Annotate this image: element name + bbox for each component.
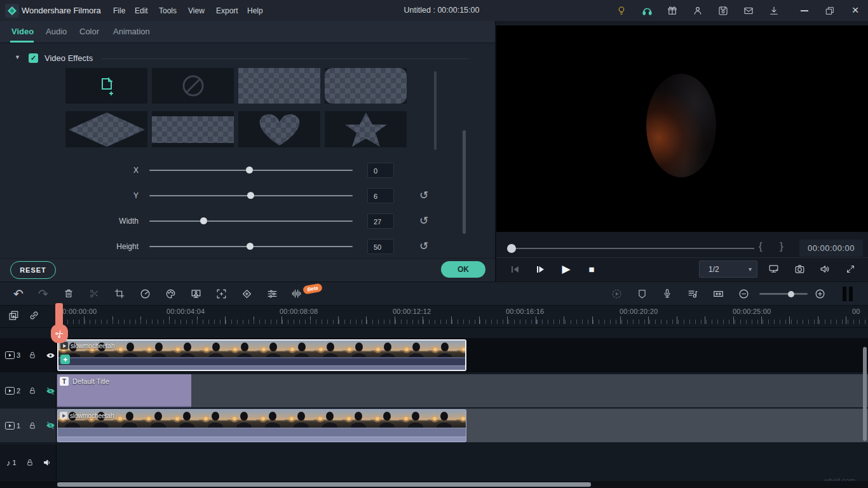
- menu-view[interactable]: View: [188, 6, 205, 15]
- motion-tracking-icon[interactable]: [214, 286, 229, 301]
- crop-icon[interactable]: [112, 286, 127, 301]
- fullscreen-icon[interactable]: [843, 261, 858, 276]
- lock-icon[interactable]: [28, 421, 37, 430]
- mask-none[interactable]: [152, 68, 234, 104]
- audio-mixer-icon[interactable]: [685, 286, 700, 301]
- marker-icon[interactable]: [634, 286, 649, 301]
- timeline-ruler[interactable]: 00:00:00:00 00:00:04:04 00:00:08:08 00:0…: [0, 306, 868, 328]
- seek-track[interactable]: [509, 248, 754, 249]
- keyframe-icon[interactable]: [239, 286, 254, 301]
- lightbulb-icon[interactable]: [614, 3, 629, 18]
- eye-visible-icon[interactable]: [45, 350, 56, 361]
- tab-color[interactable]: Color: [79, 27, 99, 36]
- timeline-vscrollbar[interactable]: [863, 347, 867, 441]
- timeline-zoom-handle[interactable]: [788, 291, 794, 297]
- slider-y-value[interactable]: 6: [367, 188, 394, 203]
- save-icon[interactable]: [715, 3, 731, 18]
- eye-hidden-icon[interactable]: [45, 420, 56, 431]
- adjustment-icon[interactable]: [264, 286, 280, 301]
- next-frame-button[interactable]: [533, 262, 548, 277]
- download-icon[interactable]: [766, 3, 782, 18]
- zoom-in-icon[interactable]: [812, 286, 827, 301]
- mask-heart[interactable]: [238, 111, 320, 147]
- menu-help[interactable]: Help: [247, 6, 263, 15]
- reset-button[interactable]: RESET: [10, 261, 56, 279]
- timeline-hscrollbar-track[interactable]: [0, 481, 868, 488]
- audio-enabled-icon[interactable]: [43, 458, 53, 468]
- slider-y-handle[interactable]: [247, 192, 254, 199]
- clip-video3[interactable]: slowmocheetah: [57, 339, 466, 371]
- seek-handle[interactable]: [507, 244, 516, 253]
- slider-x-value[interactable]: 0: [367, 163, 394, 178]
- zoom-to-fit-icon[interactable]: [710, 286, 726, 301]
- playhead-stem[interactable]: [55, 303, 63, 326]
- tab-video[interactable]: Video: [11, 27, 34, 36]
- mask-rectangle[interactable]: [238, 68, 320, 104]
- zoom-out-icon[interactable]: [736, 286, 751, 301]
- slider-width-track[interactable]: [149, 220, 353, 222]
- green-screen-icon[interactable]: [188, 286, 203, 301]
- slider-width-handle[interactable]: [200, 217, 207, 224]
- lane-audio1[interactable]: [56, 445, 868, 480]
- tab-audio[interactable]: Audio: [46, 27, 67, 36]
- menu-edit[interactable]: Edit: [135, 6, 148, 15]
- slider-x-handle[interactable]: [246, 166, 253, 173]
- snapshot-icon[interactable]: [792, 261, 807, 276]
- stop-button[interactable]: ■: [583, 261, 600, 277]
- speed-icon[interactable]: [137, 286, 153, 301]
- slider-height-value[interactable]: 50: [367, 239, 394, 254]
- account-icon[interactable]: [690, 3, 705, 18]
- clip-title[interactable]: T Default Title: [57, 374, 191, 407]
- grid-scrollbar[interactable]: [434, 71, 437, 150]
- clip-effect-badge-icon[interactable]: [60, 355, 70, 364]
- lock-icon[interactable]: [25, 458, 34, 467]
- video-effects-checkbox[interactable]: ✓: [29, 53, 38, 63]
- minimize-icon[interactable]: [797, 3, 812, 18]
- restore-icon[interactable]: [822, 3, 837, 18]
- reset-height-icon[interactable]: ↺: [419, 240, 428, 253]
- play-button[interactable]: ▶: [558, 261, 574, 277]
- ok-button[interactable]: OK: [441, 261, 485, 278]
- quality-dropdown[interactable]: 1/2 ▾: [699, 261, 757, 278]
- mask-add[interactable]: [65, 68, 147, 104]
- mask-rounded-rectangle[interactable]: [325, 68, 407, 104]
- lock-icon[interactable]: [28, 351, 37, 360]
- menu-tools[interactable]: Tools: [159, 6, 177, 15]
- mask-small-rectangle[interactable]: [152, 111, 234, 147]
- slider-height-handle[interactable]: [247, 243, 254, 250]
- split-scissors-icon[interactable]: [86, 286, 102, 301]
- close-icon[interactable]: ×: [848, 3, 863, 18]
- mask-star[interactable]: [325, 111, 407, 147]
- timeline-hscrollbar-thumb[interactable]: [57, 482, 591, 487]
- lock-icon[interactable]: [28, 386, 37, 395]
- mark-out-button[interactable]: }: [780, 240, 783, 253]
- eye-hidden-icon[interactable]: [45, 386, 56, 396]
- reset-width-icon[interactable]: ↺: [419, 214, 428, 227]
- playhead-scissors-icon[interactable]: [51, 324, 68, 343]
- color-palette-icon[interactable]: [163, 286, 178, 301]
- volume-icon[interactable]: [817, 261, 832, 276]
- audio-visual-icon[interactable]: [289, 286, 304, 301]
- mask-diamond[interactable]: [65, 111, 147, 147]
- render-preview-icon[interactable]: [609, 286, 624, 301]
- timeline-zoom-slider[interactable]: [759, 293, 808, 295]
- menu-file[interactable]: File: [113, 6, 125, 15]
- slider-width-value[interactable]: 27: [367, 214, 394, 229]
- menu-export[interactable]: Export: [216, 6, 238, 15]
- slider-height-track[interactable]: [149, 246, 353, 247]
- mark-in-button[interactable]: {: [759, 240, 763, 253]
- headset-icon[interactable]: [639, 3, 654, 18]
- previous-frame-button[interactable]: [508, 262, 523, 277]
- mail-icon[interactable]: [741, 3, 756, 18]
- delete-icon[interactable]: [61, 286, 76, 301]
- preview-viewport[interactable]: [496, 25, 868, 232]
- undo-icon[interactable]: ↶: [11, 286, 26, 301]
- slider-y-track[interactable]: [149, 195, 353, 196]
- redo-icon[interactable]: ↷: [36, 286, 51, 301]
- display-device-icon[interactable]: [766, 261, 781, 276]
- voiceover-mic-icon[interactable]: [660, 286, 675, 301]
- collapse-arrow-icon[interactable]: ▼: [15, 54, 20, 60]
- clip-video1[interactable]: slowmocheetah: [57, 409, 466, 442]
- gift-icon[interactable]: [665, 3, 680, 18]
- slider-x-track[interactable]: [149, 170, 353, 171]
